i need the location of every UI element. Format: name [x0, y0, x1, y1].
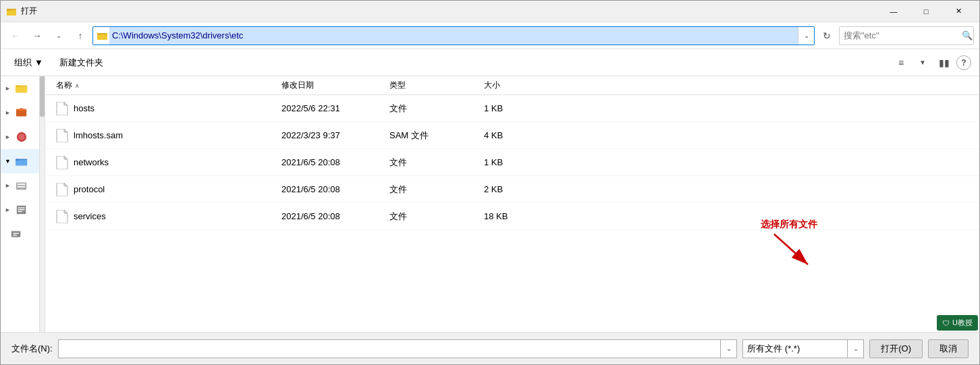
sidebar-arrow-0: ► — [5, 85, 13, 92]
address-bar[interactable]: ⌄ — [92, 26, 815, 45]
cancel-button[interactable]: 取消 — [928, 339, 969, 358]
file-icon — [56, 210, 68, 223]
main-content: ► ► — [1, 76, 979, 332]
organize-button[interactable]: 组织 ▼ — [9, 53, 49, 72]
file-date-cell: 2021/6/5 20:08 — [281, 184, 389, 194]
svg-rect-20 — [18, 207, 25, 208]
sidebar-item-4[interactable]: ► — [1, 173, 45, 198]
filetype-container: 所有文件 (*.*) ⌄ — [742, 339, 864, 358]
dropdown-nav-button[interactable]: ⌄ — [49, 26, 68, 45]
view-dropdown-button[interactable]: ▼ — [913, 53, 932, 72]
file-icon — [56, 102, 68, 115]
svg-rect-5 — [97, 33, 101, 35]
svg-rect-21 — [18, 209, 25, 210]
table-row[interactable]: protocol 2021/6/5 20:08 文件 2 KB — [45, 176, 979, 203]
file-size-cell: 4 KB — [484, 130, 551, 140]
title-bar: 打开 — □ ✕ — [1, 1, 979, 22]
navigation-bar: ← → ⌄ ↑ ⌄ ↻ 🔍 — [1, 22, 979, 49]
file-size-cell: 2 KB — [484, 184, 551, 194]
sidebar-scrollbar-thumb[interactable] — [40, 76, 45, 117]
view-panel-button[interactable]: ▮▮ — [935, 53, 954, 72]
sidebar-arrow-3: ▼ — [5, 158, 13, 165]
file-name-cell: services — [45, 210, 281, 223]
open-button[interactable]: 打开(O) — [869, 339, 923, 358]
filename-input[interactable] — [59, 340, 721, 358]
column-date[interactable]: 修改日期 — [281, 76, 389, 94]
sidebar-item-0[interactable]: ► — [1, 76, 45, 101]
file-type-cell: SAM 文件 — [389, 130, 484, 142]
sidebar-icon-0 — [16, 82, 28, 94]
column-name[interactable]: 名称 ∧ — [45, 76, 281, 94]
file-size-cell: 18 KB — [484, 211, 551, 221]
column-size[interactable]: 大小 — [484, 76, 551, 94]
table-row[interactable]: services 2021/6/5 20:08 文件 18 KB — [45, 203, 979, 230]
sidebar-icon-5 — [16, 204, 28, 216]
sidebar-arrow-2: ► — [5, 134, 13, 140]
view-list-button[interactable]: ≡ — [892, 53, 910, 72]
svg-rect-22 — [18, 211, 22, 212]
svg-point-12 — [19, 134, 25, 140]
svg-rect-1 — [7, 10, 16, 16]
svg-rect-2 — [7, 9, 11, 11]
file-name-cell: lmhosts.sam — [45, 129, 281, 142]
filetype-text: 所有文件 (*.*) — [743, 343, 847, 355]
file-type-cell: 文件 — [389, 103, 484, 115]
window-controls: — □ ✕ — [878, 1, 974, 22]
file-name-cell: hosts — [45, 102, 281, 115]
maximize-button[interactable]: □ — [910, 1, 942, 22]
sidebar-icon-1 — [16, 107, 28, 119]
dialog-title: 打开 — [21, 5, 878, 17]
file-date-cell: 2021/6/5 20:08 — [281, 211, 389, 221]
search-icon[interactable]: 🔍 — [961, 27, 973, 45]
toolbar-right: ≡ ▼ ▮▮ ? — [892, 53, 971, 72]
svg-rect-25 — [13, 235, 17, 235]
refresh-button[interactable]: ↻ — [817, 26, 836, 45]
table-row[interactable]: networks 2021/6/5 20:08 文件 1 KB — [45, 149, 979, 176]
filename-dropdown-button[interactable]: ⌄ — [720, 340, 736, 358]
column-type[interactable]: 类型 — [389, 76, 484, 94]
file-type-cell: 文件 — [389, 210, 484, 223]
file-name-cell: networks — [45, 156, 281, 169]
new-folder-label: 新建文件夹 — [59, 57, 103, 69]
filetype-dropdown-button[interactable]: ⌄ — [847, 340, 863, 358]
file-list-header: 名称 ∧ 修改日期 类型 大小 — [45, 76, 979, 95]
help-button[interactable]: ? — [956, 55, 971, 70]
sidebar-scrollbar[interactable] — [39, 76, 45, 332]
sidebar: ► ► — [1, 76, 45, 332]
search-input[interactable] — [840, 30, 961, 40]
svg-rect-23 — [11, 231, 21, 237]
content-wrapper: ► ► — [1, 76, 979, 332]
new-folder-button[interactable]: 新建文件夹 — [54, 53, 109, 72]
table-row[interactable]: hosts 2022/5/6 22:31 文件 1 KB — [45, 95, 979, 122]
sidebar-icon-6 — [10, 228, 22, 240]
bottom-bar: 文件名(N): ⌄ 所有文件 (*.*) ⌄ 打开(O) 取消 — [1, 332, 979, 364]
file-date-cell: 2022/3/23 9:37 — [281, 130, 389, 140]
sidebar-arrow-5: ► — [5, 206, 13, 213]
sidebar-item-2[interactable]: ► — [1, 125, 45, 149]
svg-rect-17 — [18, 184, 26, 185]
close-button[interactable]: ✕ — [943, 1, 974, 22]
watermark: 🛡 U教授 — [937, 315, 978, 331]
file-date-cell: 2022/5/6 22:31 — [281, 103, 389, 113]
svg-rect-24 — [13, 233, 19, 233]
up-button[interactable]: ↑ — [71, 26, 90, 45]
address-dropdown-button[interactable]: ⌄ — [798, 27, 814, 45]
sidebar-item-5[interactable]: ► — [1, 198, 45, 222]
sidebar-icon-2 — [16, 131, 28, 143]
organize-label: 组织 — [14, 57, 32, 69]
sidebar-item-3[interactable]: ▼ — [1, 149, 45, 173]
sidebar-item-1[interactable]: ► — [1, 101, 45, 125]
sidebar-item-6[interactable] — [1, 222, 45, 246]
minimize-button[interactable]: — — [878, 1, 909, 22]
watermark-icon: 🛡 — [942, 319, 950, 327]
forward-button[interactable]: → — [28, 26, 47, 45]
name-sort-icon: ∧ — [75, 82, 80, 89]
address-input[interactable] — [109, 27, 798, 45]
file-size-cell: 1 KB — [484, 103, 551, 113]
back-button[interactable]: ← — [6, 26, 25, 45]
table-row[interactable]: lmhosts.sam 2022/3/23 9:37 SAM 文件 4 KB — [45, 122, 979, 149]
sidebar-arrow-1: ► — [5, 109, 13, 116]
svg-rect-16 — [16, 183, 26, 190]
svg-rect-15 — [16, 159, 20, 161]
file-icon — [56, 129, 68, 142]
